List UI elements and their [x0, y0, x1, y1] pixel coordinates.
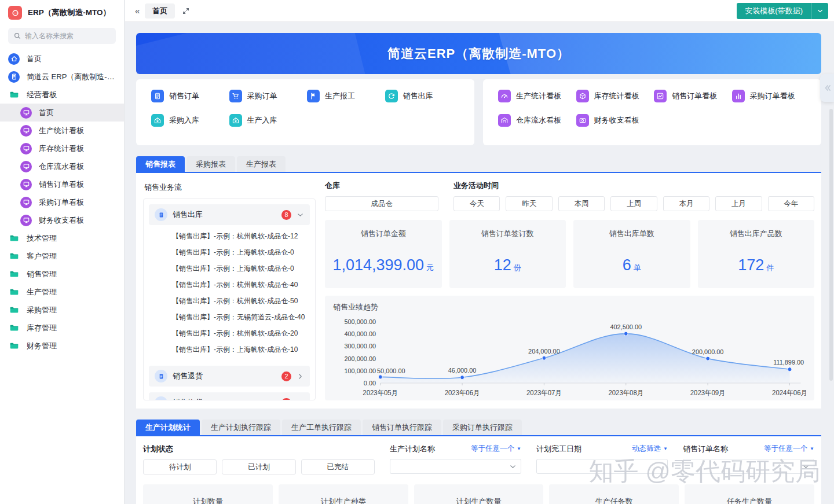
quick-link[interactable]: 采购入库: [151, 114, 229, 127]
plan-stat-card: 任务生产数量: [685, 484, 814, 504]
plan-section: 生产计划统计生产计划执行跟踪生产工单执行跟踪销售订单执行跟踪采购订单执行跟踪 计…: [136, 420, 821, 504]
time-option-button[interactable]: 今天: [453, 196, 500, 211]
quick-link[interactable]: 销售出库: [385, 90, 463, 102]
warehouse-button[interactable]: 成品仓: [325, 196, 438, 211]
sidebar-group[interactable]: 库存管理: [0, 319, 124, 337]
sidebar-item[interactable]: 简道云 ERP（离散制造-MTO）...: [0, 68, 124, 86]
sidebar-item[interactable]: 生产统计看板: [0, 122, 124, 139]
tab[interactable]: 采购报表: [186, 156, 235, 172]
sidebar-item[interactable]: 库存统计看板: [0, 139, 124, 157]
time-option-button[interactable]: 上月: [715, 196, 762, 211]
time-option-button[interactable]: 昨天: [506, 196, 552, 211]
tab[interactable]: 生产报表: [237, 156, 286, 172]
folder-icon: [8, 286, 20, 298]
time-filter-buttons: 今天昨天本周上周本月上月今年: [453, 196, 814, 211]
topbar-tab-home[interactable]: 首页: [145, 3, 175, 19]
flow-section-header[interactable]: 销售出库8: [149, 204, 310, 225]
flow-item[interactable]: 【销售出库】-示例：上海帆软-成品仓-0: [149, 244, 310, 260]
filter-select[interactable]: [390, 459, 521, 474]
svg-text:2023年06月: 2023年06月: [445, 389, 480, 396]
dashboard-link[interactable]: 库存统计看板: [576, 90, 654, 102]
filter-operator-link[interactable]: 等于任意一个▼: [471, 444, 521, 454]
sidebar-group[interactable]: 技术管理: [0, 229, 124, 247]
dashboard-link[interactable]: 生产统计看板: [498, 90, 576, 102]
flow-section-header[interactable]: 销售换货1: [149, 392, 310, 400]
sidebar-item[interactable]: 仓库流水看板: [0, 157, 124, 175]
plan-status-button[interactable]: 待计划: [143, 459, 217, 474]
dashboard-link[interactable]: 财务收支看板: [576, 114, 654, 127]
float-collapse-handle[interactable]: [820, 74, 834, 102]
flow-item[interactable]: 【销售出库】-示例：无锡简道云-成品仓-40: [149, 309, 310, 325]
scrollbar-thumb[interactable]: [829, 109, 833, 381]
tab[interactable]: 生产工单执行跟踪: [282, 420, 361, 435]
filter-operator-link[interactable]: 动态筛选▼: [632, 444, 668, 454]
sidebar-search[interactable]: [8, 28, 116, 44]
filter-select[interactable]: [683, 459, 814, 474]
filter-date-input[interactable]: [536, 459, 668, 474]
plan-status-button[interactable]: 已完结: [301, 459, 375, 474]
dashboard-link[interactable]: 销售订单看板: [654, 90, 732, 102]
sidebar-item[interactable]: 销售订单看板: [0, 175, 124, 193]
time-option-button[interactable]: 本周: [558, 196, 605, 211]
banner-title: 简道云ERP（离散制造-MTO）: [387, 45, 570, 62]
install-dropdown-button[interactable]: [811, 3, 828, 19]
time-option-button[interactable]: 今年: [768, 196, 814, 211]
finance-board-icon: [576, 114, 589, 127]
plan-stat-card: 计划生产种类: [279, 484, 408, 504]
app-doc-icon: [8, 71, 20, 83]
sidebar-group[interactable]: 经营看板: [0, 86, 124, 104]
quick-link[interactable]: 生产入库: [229, 114, 308, 127]
sidebar-item[interactable]: 采购订单看板: [0, 193, 124, 211]
quick-link[interactable]: 销售订单: [151, 90, 229, 102]
tab[interactable]: 销售订单执行跟踪: [363, 420, 441, 435]
svg-text:50,000.00: 50,000.00: [377, 367, 405, 374]
count-badge: 1: [281, 398, 291, 401]
svg-text:400,000.00: 400,000.00: [344, 330, 376, 337]
flow-item[interactable]: 【销售出库】-示例：杭州帆软-成品仓-50: [149, 293, 310, 309]
flow-item[interactable]: 【销售出库】-示例：杭州帆软-成品仓-12: [149, 228, 310, 244]
quick-link[interactable]: 生产报工: [307, 90, 385, 102]
chart-title: 销售业绩趋势: [333, 302, 806, 312]
svg-text:2023年09月: 2023年09月: [690, 389, 726, 396]
sidebar-item[interactable]: 首页: [0, 104, 124, 122]
sales-outbound-icon: [385, 90, 398, 102]
time-filter-label: 业务活动时间: [453, 181, 814, 191]
filter-operator-link[interactable]: 等于任意一个▼: [764, 444, 814, 454]
plan-status-filter: 计划状态 待计划已计划已完结: [143, 444, 375, 474]
tab[interactable]: 生产计划执行跟踪: [202, 420, 280, 435]
flow-item[interactable]: 【销售出库】-示例：杭州帆软-成品仓-40: [149, 277, 310, 293]
tab[interactable]: 生产计划统计: [136, 420, 200, 435]
sidebar-item[interactable]: 首页: [0, 50, 124, 68]
time-option-button[interactable]: 上周: [610, 196, 657, 211]
collapse-sidebar-icon[interactable]: «: [131, 6, 144, 16]
fullscreen-icon[interactable]: [182, 7, 190, 15]
sidebar-group[interactable]: 财务管理: [0, 337, 124, 355]
time-option-button[interactable]: 本月: [663, 196, 709, 211]
sidebar-group[interactable]: 客户管理: [0, 247, 124, 265]
quick-link[interactable]: 采购订单: [229, 90, 308, 102]
plan-status-button[interactable]: 已计划: [222, 459, 295, 474]
sidebar-group[interactable]: 销售管理: [0, 265, 124, 283]
tab[interactable]: 销售报表: [136, 156, 185, 172]
svg-text:204,000.00: 204,000.00: [528, 347, 560, 354]
dashboard-link[interactable]: 仓库流水看板: [498, 114, 576, 127]
stat-card: 销售订单金额1,014,399.00元: [325, 220, 442, 288]
topbar-actions: 安装模板(带数据): [737, 3, 828, 19]
app-header: ERP（离散制造-MTO）: [0, 0, 124, 23]
flow-item[interactable]: 【销售出库】-示例：上海帆软-成品仓-10: [149, 341, 310, 358]
sidebar-group[interactable]: 生产管理: [0, 283, 124, 301]
tab[interactable]: 采购订单执行跟踪: [443, 420, 522, 435]
dashboard-link[interactable]: 采购订单看板: [732, 90, 810, 102]
flow-section-header[interactable]: 销售退货2: [149, 366, 310, 387]
sidebar-group[interactable]: 采购管理: [0, 301, 124, 319]
plan-stat-card: 计划数量: [143, 484, 273, 504]
folder-icon: [8, 322, 20, 334]
flow-item[interactable]: 【销售出库】-示例：杭州帆软-成品仓-20: [149, 325, 310, 341]
flow-item[interactable]: 【销售出库】-示例：上海帆软-成品仓-0: [149, 260, 310, 277]
search-input[interactable]: [25, 32, 111, 40]
install-template-button[interactable]: 安装模板(带数据): [737, 3, 811, 19]
svg-text:100,000.00: 100,000.00: [344, 367, 376, 374]
report-right-column: 仓库 成品仓 业务活动时间 今天昨天本周上周本月上月今年 销售订单金额1,014…: [325, 181, 814, 400]
sidebar-item[interactable]: 财务收支看板: [0, 211, 124, 229]
svg-text:2023年08月: 2023年08月: [608, 389, 643, 396]
